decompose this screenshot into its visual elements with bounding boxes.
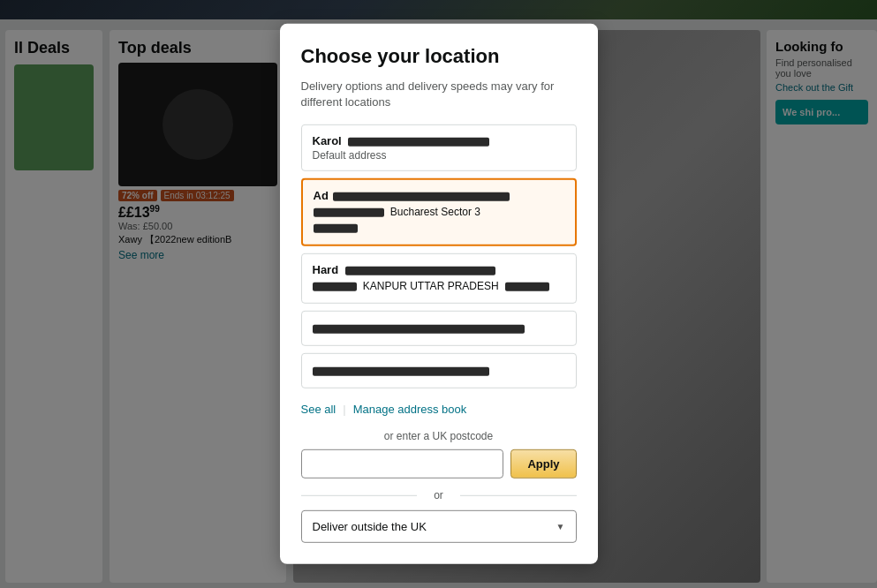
address-line-5 [313,363,565,379]
links-row: See all | Manage address book [301,403,577,416]
location-modal: Choose your location Delivery options an… [280,24,598,564]
address-list: Karol Default address Ad Bucharest Secto… [301,124,577,396]
address-card-5[interactable] [301,353,577,388]
address-redacted-4 [313,325,525,334]
address-redacted-3b [313,283,357,291]
link-divider: | [343,403,345,416]
address-card-2[interactable]: Ad Bucharest Sector 3 [301,178,577,246]
chevron-down-icon: ▼ [556,522,565,531]
postcode-hint: or enter a UK postcode [301,430,577,442]
see-all-button[interactable]: See all [301,403,336,416]
address-redacted-3c [505,283,549,291]
address-redacted-3a [345,267,495,275]
address-card-4[interactable] [301,311,577,346]
address-redacted-2b [314,208,384,217]
address-card-3[interactable]: Hard KANPUR UTTAR PRADESH [301,253,577,304]
address-redacted-1 [348,138,489,147]
address-line-2b [314,220,564,236]
deliver-outside-dropdown[interactable]: Deliver outside the UK ▼ [301,510,577,543]
deliver-outside-label: Deliver outside the UK [313,520,427,533]
address-redacted-2c [314,224,358,233]
address-name-1: Karol [313,134,565,147]
address-line-4 [313,320,565,336]
address-line-2: Bucharest Sector 3 [314,204,564,220]
postcode-row: Apply [301,449,577,479]
or-divider: or [301,489,577,501]
address-card-1[interactable]: Karol Default address [301,124,577,171]
manage-address-button[interactable]: Manage address book [353,403,467,416]
address-name-2: Ad [314,189,564,202]
modal-title: Choose your location [301,45,577,68]
apply-button[interactable]: Apply [510,449,576,479]
modal-subtitle: Delivery options and delivery speeds may… [301,79,577,110]
address-default-1: Default address [313,149,565,162]
address-name-3: Hard [313,263,565,276]
postcode-input[interactable] [301,449,504,479]
address-redacted-5 [313,367,489,376]
address-line-3: KANPUR UTTAR PRADESH [313,278,565,294]
address-redacted-2a [333,192,510,201]
